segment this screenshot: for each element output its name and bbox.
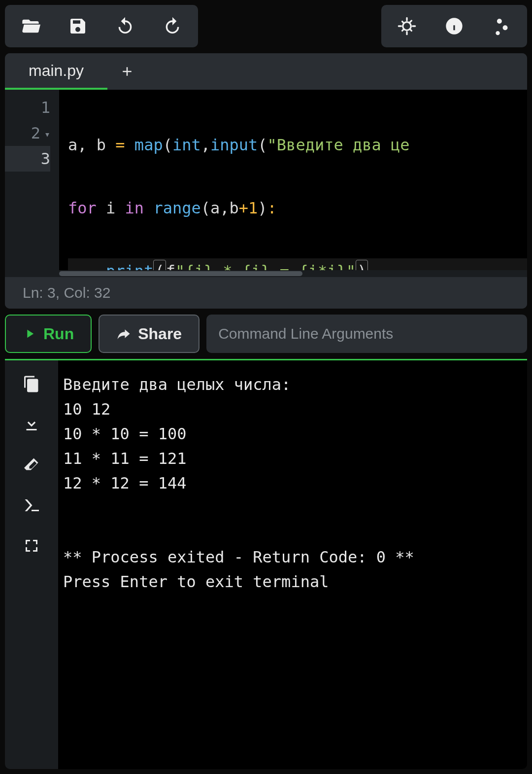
tab-label: main.py <box>29 62 84 80</box>
play-icon <box>23 327 36 341</box>
run-button[interactable]: Run <box>5 315 92 353</box>
top-toolbar <box>5 5 527 47</box>
undo-icon[interactable] <box>101 7 149 45</box>
status-bar: Ln: 3, Col: 32 <box>5 277 527 309</box>
tab-main[interactable]: main.py <box>5 53 107 90</box>
toolbar-group-left <box>5 5 198 47</box>
share-icon <box>116 326 131 341</box>
settings-icon[interactable] <box>478 7 525 45</box>
terminal-output[interactable]: Введите два целых числа: 10 12 10 * 10 =… <box>58 360 527 769</box>
gutter: 1 2▾ 3 <box>5 90 59 277</box>
theme-icon[interactable] <box>383 7 431 45</box>
copy-icon[interactable] <box>20 372 43 396</box>
eraser-icon[interactable] <box>20 453 43 477</box>
cursor-position: Ln: 3, Col: 32 <box>23 284 110 301</box>
share-label: Share <box>138 325 182 343</box>
terminal-sidebar <box>5 360 58 769</box>
gutter-line: 2▾ <box>5 120 50 146</box>
code-line: for i in range(a,b+1): <box>68 195 527 221</box>
gutter-line: 1 <box>5 95 50 120</box>
save-icon[interactable] <box>54 7 101 45</box>
redo-icon[interactable] <box>149 7 196 45</box>
code-editor[interactable]: 1 2▾ 3 a, b = map(int,input("Введите два… <box>5 90 527 277</box>
info-icon[interactable] <box>431 7 478 45</box>
terminal-pane: Введите два целых числа: 10 12 10 * 10 =… <box>5 359 527 769</box>
cmdline-args-input[interactable] <box>206 315 527 353</box>
terminal-icon[interactable] <box>20 493 43 517</box>
editor-pane: main.py 1 2▾ 3 a, b = map(int,input("Вве… <box>5 53 527 309</box>
run-label: Run <box>43 325 74 343</box>
fullscreen-icon[interactable] <box>20 534 43 558</box>
action-bar: Run Share <box>5 315 527 353</box>
folder-open-icon[interactable] <box>7 7 54 45</box>
download-icon[interactable] <box>20 413 43 436</box>
share-button[interactable]: Share <box>99 315 200 353</box>
tab-bar: main.py <box>5 53 527 90</box>
toolbar-group-right <box>381 5 527 47</box>
code-line: a, b = map(int,input("Введите два це <box>68 132 527 158</box>
gutter-line: 3 <box>5 146 50 172</box>
add-tab-button[interactable] <box>112 64 142 79</box>
code-area[interactable]: a, b = map(int,input("Введите два це for… <box>59 90 527 277</box>
horizontal-scrollbar[interactable] <box>59 270 527 277</box>
